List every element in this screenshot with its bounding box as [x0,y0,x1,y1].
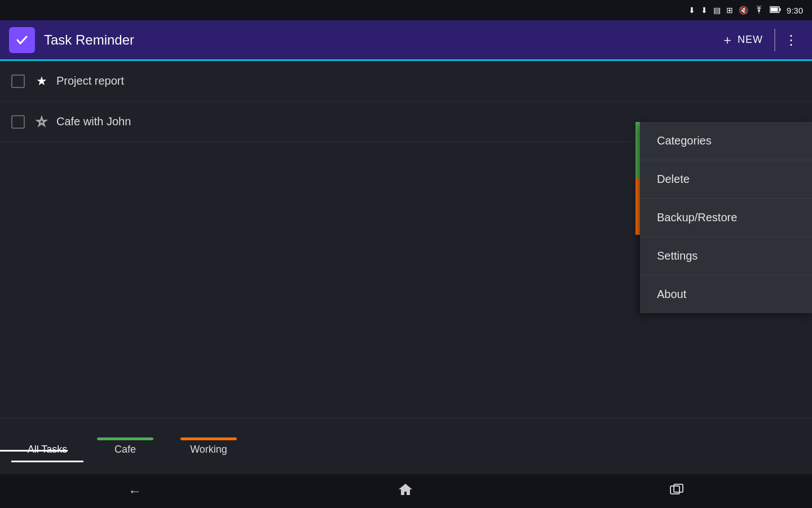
download-icon-2: ⬇ [701,6,708,15]
tab-all-tasks-label: All Tasks [28,444,68,456]
new-button[interactable]: ＋ NEW [714,27,770,53]
sdcard-icon: ▤ [713,6,721,15]
top-bar: Task Reminder ＋ NEW ⋮ [0,20,812,61]
app-icon [9,27,35,53]
app-title: Task Reminder [44,32,714,48]
task-star-2[interactable]: ☆ [36,115,47,129]
status-bar: ⬇ ⬇ ▤ ⊞ 🔇 9:30 [0,0,812,20]
recents-button[interactable] [656,479,698,503]
battery-icon [770,6,781,15]
mute-icon: 🔇 [739,6,748,15]
home-button[interactable] [384,478,427,505]
menu-item-about-label: About [657,288,686,301]
menu-item-backup-restore[interactable]: Backup/Restore [640,199,812,237]
wifi-icon [754,6,764,15]
category-color-bar [636,122,640,235]
download-icon-1: ⬇ [689,6,695,15]
tab-all-tasks[interactable]: All Tasks [11,433,83,460]
menu-item-delete[interactable]: Delete [640,160,812,199]
tab-cafe-indicator [97,437,153,440]
overflow-menu-button[interactable]: ⋮ [780,28,803,52]
main-content: ★ Project report ☆ Cafe with John Catego… [0,61,812,452]
back-button[interactable]: ← [114,479,155,503]
task-name-2: Cafe with John [56,115,131,128]
toolbar-divider [774,29,775,51]
new-button-label: NEW [738,34,763,46]
menu-item-settings-label: Settings [657,249,698,262]
barcode-icon: ⊞ [726,6,733,15]
task-checkbox-2[interactable] [11,115,25,129]
status-time: 9:30 [787,6,803,15]
svg-rect-2 [770,8,778,12]
menu-item-categories[interactable]: Categories [640,122,812,160]
menu-item-settings[interactable]: Settings [640,237,812,275]
tab-working[interactable]: Working [167,433,250,460]
tab-working-label: Working [190,444,227,456]
menu-item-delete-label: Delete [657,173,690,186]
menu-item-about[interactable]: About [640,275,812,313]
task-name-1: Project report [56,75,124,87]
tab-working-indicator [180,437,237,440]
task-item[interactable]: ★ Project report [0,61,812,102]
nav-bar: ← [0,474,812,508]
plus-icon: ＋ [721,32,734,49]
task-star-1[interactable]: ★ [36,74,47,89]
task-checkbox-1[interactable] [11,75,25,88]
menu-item-backup-restore-label: Backup/Restore [657,211,737,224]
bottom-tabs: All Tasks Cafe Working [0,418,812,474]
menu-item-categories-label: Categories [657,134,712,147]
dropdown-menu: Categories Delete Backup/Restore Setting… [640,122,812,313]
svg-rect-1 [779,8,780,11]
tab-cafe[interactable]: Cafe [83,433,167,460]
active-tab-underline [0,450,68,452]
tab-cafe-label: Cafe [114,444,136,456]
